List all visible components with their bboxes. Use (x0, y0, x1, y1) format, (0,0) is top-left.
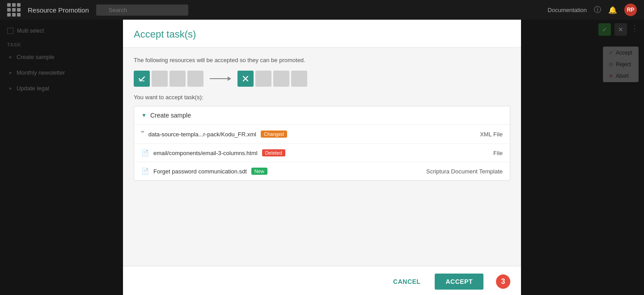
search-input[interactable] (96, 4, 188, 16)
stage-target-inactive-2 (273, 71, 289, 87)
resource-name-3: Forget password communication.sdt (153, 168, 247, 175)
stage-active (134, 71, 150, 87)
collapse-icon[interactable]: ▼ (141, 112, 147, 118)
task-section: ▼ Create sample " data-source-templa...r… (134, 106, 510, 181)
file-icon-1: 📄 (141, 149, 149, 156)
badge-new: New (251, 168, 267, 175)
app-title: Resource Promotion (28, 6, 89, 14)
stage-arrow (210, 76, 231, 81)
app-grid-menu[interactable] (7, 3, 21, 17)
accept-button[interactable]: ACCEPT (435, 274, 483, 290)
search-wrap: 🔍 (96, 4, 311, 16)
task-section-header: ▼ Create sample (134, 106, 510, 125)
resource-row: 📄 email/components/email-3-columns.html … (134, 144, 510, 162)
badge-number: 3 (496, 274, 510, 289)
stage-row (134, 71, 510, 87)
resource-type-1: XML File (480, 131, 503, 138)
stage-target-inactive-1 (255, 71, 271, 87)
accept-dialog: Accept task(s) The following resources w… (123, 20, 521, 295)
topbar-right: Documentation ⓘ 🔔 RP (548, 4, 637, 16)
resource-type-2: File (493, 150, 503, 156)
docs-link[interactable]: Documentation (548, 7, 587, 13)
dialog-title: Accept task(s) (134, 29, 510, 40)
user-avatar[interactable]: RP (624, 4, 637, 16)
stage-inactive-2 (169, 71, 186, 87)
badge-changed: Changed (261, 131, 287, 138)
cancel-button[interactable]: CANCEL (386, 274, 428, 289)
resource-name-2: email/components/email-3-columns.html (153, 150, 258, 156)
stage-inactive-3 (187, 71, 203, 87)
bell-icon[interactable]: 🔔 (608, 6, 617, 14)
dialog-footer: CANCEL ACCEPT 3 (123, 266, 521, 295)
stage-target-inactive-3 (291, 71, 307, 87)
topbar: Resource Promotion 🔍 Documentation ⓘ 🔔 R… (0, 0, 644, 20)
dialog-body: The following resources will be accepted… (123, 48, 521, 266)
info-icon[interactable]: ⓘ (594, 5, 601, 15)
stage-inactive-1 (152, 71, 168, 87)
resource-row: 📄 Forget password communication.sdt New … (134, 162, 510, 180)
file-icon-2: 📄 (141, 168, 149, 175)
resource-name-1: data-source-templa...r-pack/Kodu_FR.xml (148, 131, 256, 138)
dialog-header: Accept task(s) (123, 20, 521, 48)
dialog-subtitle: The following resources will be accepted… (134, 57, 510, 63)
stage-target-active (237, 71, 254, 87)
badge-deleted: Deleted (262, 149, 285, 156)
task-section-title: Create sample (150, 112, 191, 119)
resource-row: " data-source-templa...r-pack/Kodu_FR.xm… (134, 125, 510, 144)
quote-icon: " (141, 130, 144, 138)
main-area: Multi select TASK ► Create sample ► Mont… (0, 20, 644, 295)
resource-type-3: Scriptura Document Template (426, 168, 503, 175)
accept-prompt: You want to accept task(s): (134, 94, 510, 101)
